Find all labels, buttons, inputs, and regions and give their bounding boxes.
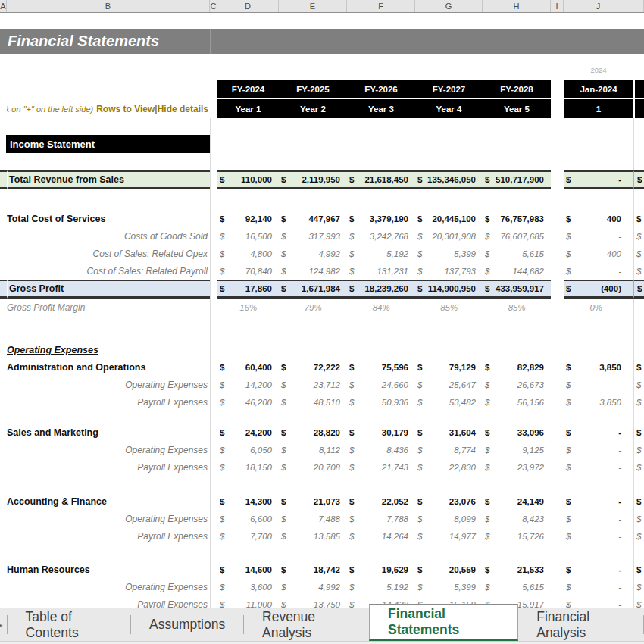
value-cell[interactable]: $ 8,099 (415, 510, 483, 527)
value-cell[interactable]: $ 20,708 (279, 458, 347, 476)
value-cell[interactable]: $ 26,673 (483, 376, 551, 393)
row-label-cell[interactable]: Payroll Expenses (7, 527, 210, 545)
row-label-cell[interactable]: Administration and Operations (7, 358, 210, 376)
row-label-cell[interactable]: Gross Profit Margin (7, 299, 210, 316)
fy-header-cell[interactable]: FY-2026 (347, 80, 415, 98)
value-cell[interactable]: $ 33,096 (483, 424, 551, 441)
value-cell[interactable]: $ 114,900,950 (415, 280, 483, 299)
column-letter[interactable]: G (415, 0, 483, 12)
value-cell[interactable]: $ 53,482 (415, 393, 483, 411)
value-cell-month[interactable]: $ 400 (564, 210, 633, 227)
value-cell[interactable]: $ 5,615 (483, 245, 551, 262)
next-month-cell-partial[interactable]: $ (633, 441, 644, 458)
value-cell-month[interactable]: $ - (564, 458, 633, 476)
row-label-cell[interactable]: Gross Profit (7, 280, 210, 299)
value-cell[interactable]: $ 5,399 (415, 578, 483, 596)
tab-assumptions[interactable]: Assumptions (131, 608, 243, 641)
fy-header-cell[interactable]: FY-2024 (217, 80, 279, 98)
value-cell[interactable]: $ 23,712 (279, 376, 347, 393)
value-cell[interactable]: $ 24,200 (217, 424, 279, 441)
value-cell[interactable]: $ 7,700 (217, 527, 279, 545)
value-cell[interactable]: $ 20,301,908 (415, 227, 483, 245)
value-cell[interactable]: $ 24,660 (347, 376, 415, 393)
row-label-cell[interactable]: Cost of Sales: Related Opex (7, 245, 210, 262)
column-letter[interactable]: B (7, 0, 210, 12)
row-label-cell[interactable]: Total Revenue from Sales (7, 170, 210, 189)
row-label-cell[interactable]: Operating Expenses (7, 342, 210, 358)
value-cell-month[interactable]: $ - (564, 441, 633, 458)
fy-header-cell[interactable]: FY-2025 (279, 80, 347, 98)
value-cell[interactable]: $ 8,774 (415, 441, 483, 458)
row-label-cell[interactable]: Human Resources (7, 561, 210, 578)
next-month-cell-partial[interactable]: $ (633, 170, 644, 189)
value-cell[interactable]: $ 14,200 (217, 376, 279, 393)
tab-financial-analysis[interactable]: Financial Analysis (518, 608, 643, 641)
next-month-cell-partial[interactable]: $ (633, 210, 644, 227)
value-cell[interactable]: $ 2,119,950 (279, 170, 347, 189)
value-cell-month[interactable]: $ - (564, 510, 633, 527)
value-cell[interactable]: $ 70,840 (217, 262, 279, 280)
next-month-cell-partial[interactable]: $ (633, 424, 644, 441)
value-cell[interactable]: $ 31,604 (415, 424, 483, 441)
value-cell[interactable]: $ 76,607,685 (483, 227, 551, 245)
sheet-nav-arrow-icon[interactable]: ▸ (0, 608, 7, 641)
column-a-cell[interactable] (0, 262, 7, 280)
value-cell[interactable]: $ 30,179 (347, 424, 415, 441)
column-a-cell[interactable] (0, 578, 7, 596)
value-cell-month[interactable]: $ - (564, 170, 633, 189)
year-header-cell[interactable]: Year 2 (279, 99, 347, 118)
value-cell[interactable]: $ 76,757,983 (483, 210, 551, 227)
value-cell[interactable]: $ 50,936 (347, 393, 415, 411)
row-label-cell[interactable]: Costs of Goods Sold (7, 227, 210, 245)
year-header-cell[interactable]: Year 3 (347, 99, 415, 118)
tab-revenue-analysis[interactable]: Revenue Analysis (244, 608, 369, 641)
value-cell[interactable]: $ 82,829 (483, 358, 551, 376)
value-cell[interactable]: $ 3,242,768 (347, 227, 415, 245)
column-letter[interactable]: H (483, 0, 551, 12)
next-month-cell-partial[interactable]: $ (633, 280, 644, 299)
value-cell[interactable]: $ 24,149 (483, 492, 551, 510)
column-a-cell[interactable] (0, 299, 7, 316)
tab-table-of-contents[interactable]: Table of Contents (8, 608, 131, 641)
column-a-cell[interactable] (0, 227, 7, 245)
value-cell[interactable]: $ 23,076 (415, 492, 483, 510)
value-cell[interactable]: $ 20,559 (415, 561, 483, 578)
value-cell-month[interactable]: $ - (564, 492, 633, 510)
value-cell[interactable]: $ 19,629 (347, 561, 415, 578)
row-label-cell[interactable]: Operating Expenses (7, 578, 210, 596)
column-a-cell[interactable] (0, 510, 7, 527)
value-cell[interactable]: $ 124,982 (279, 262, 347, 280)
year-header-cell[interactable]: Year 5 (483, 99, 551, 118)
value-cell-month[interactable]: $ 400 (564, 245, 633, 262)
column-letter[interactable]: J (564, 0, 633, 12)
value-cell[interactable]: $ 131,231 (347, 262, 415, 280)
value-cell[interactable]: $ 18,742 (279, 561, 347, 578)
next-month-cell-partial[interactable]: $ (633, 527, 644, 545)
value-cell[interactable]: $ 3,379,190 (347, 210, 415, 227)
value-cell-month[interactable]: $ 3,850 (564, 393, 633, 411)
row-label-cell[interactable]: Operating Expenses (7, 510, 210, 527)
value-cell[interactable]: $ 85% (415, 299, 483, 316)
column-letter[interactable]: A (0, 0, 7, 12)
column-a-cell[interactable] (0, 492, 7, 510)
value-cell[interactable]: $ 135,346,050 (415, 170, 483, 189)
row-label-cell[interactable]: Total Cost of Services (7, 210, 210, 227)
column-letter[interactable]: C (210, 0, 217, 12)
next-month-cell-partial[interactable]: $ (633, 510, 644, 527)
value-cell[interactable]: $ 14,600 (217, 561, 279, 578)
column-a-cell[interactable] (0, 245, 7, 262)
value-cell-month[interactable]: $ 3,850 (564, 358, 633, 376)
value-cell[interactable]: $ 79% (279, 299, 347, 316)
value-cell[interactable]: $ 20,445,100 (415, 210, 483, 227)
value-cell[interactable]: $ 8,112 (279, 441, 347, 458)
value-cell[interactable]: $ 85% (483, 299, 551, 316)
column-a-cell[interactable] (0, 393, 7, 411)
value-cell[interactable]: $ 8,423 (483, 510, 551, 527)
column-a-cell[interactable] (0, 424, 7, 441)
value-cell[interactable]: $ 17,860 (217, 280, 279, 299)
value-cell[interactable]: $ 28,820 (279, 424, 347, 441)
value-cell[interactable]: $ 79,129 (415, 358, 483, 376)
fy-header-cell[interactable]: FY-2027 (415, 80, 483, 98)
row-label-cell[interactable]: Accounting & Finance (7, 492, 210, 510)
value-cell[interactable]: $ 18,150 (217, 458, 279, 476)
